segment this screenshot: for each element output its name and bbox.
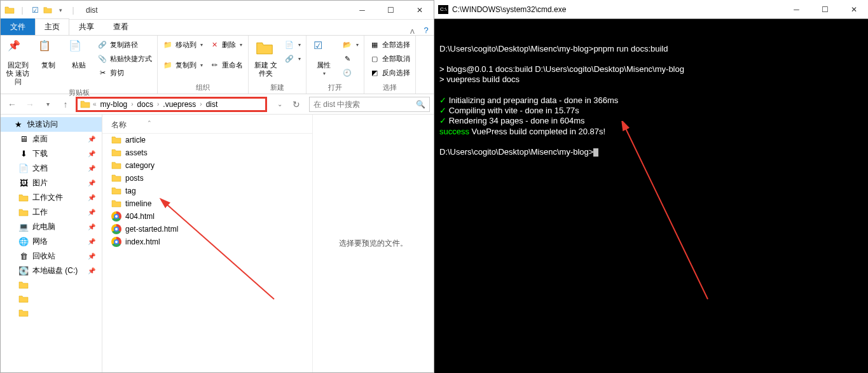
cut-button[interactable]: ✂剪切: [96, 66, 153, 79]
sidebar-item[interactable]: 💽本地磁盘 (C:)📌: [1, 264, 102, 278]
search-box[interactable]: 🔍: [309, 97, 430, 112]
copy-path-button[interactable]: 🔗复制路径: [96, 38, 153, 51]
ribbon-collapse-icon[interactable]: ᐱ: [406, 28, 418, 35]
pin-icon: 📌: [88, 238, 95, 245]
sidebar-item[interactable]: 工作文件📌: [1, 190, 102, 205]
maximize-button[interactable]: ☐: [811, 0, 839, 18]
close-button[interactable]: ✕: [839, 0, 868, 18]
file-item[interactable]: tag: [102, 185, 312, 197]
addr-dropdown-icon[interactable]: ⌄: [272, 97, 287, 112]
sidebar-item[interactable]: 🖥桌面📌: [1, 132, 102, 146]
folder-icon: [18, 294, 29, 304]
tab-view[interactable]: 查看: [104, 18, 138, 35]
new-item-icon: 📄: [284, 39, 294, 50]
html-icon: [111, 237, 121, 247]
file-name: tag: [125, 186, 136, 195]
crumb[interactable]: dist: [205, 100, 219, 109]
copy-button[interactable]: 📋 复制: [35, 37, 62, 69]
sidebar-item[interactable]: [1, 306, 102, 320]
group-select-label: 选择: [368, 81, 411, 94]
paste-shortcut-button[interactable]: 📎粘贴快捷方式: [96, 52, 153, 65]
select-invert-button[interactable]: ◩反向选择: [368, 66, 411, 79]
file-item[interactable]: 404.html: [102, 210, 312, 223]
file-item[interactable]: assets: [102, 146, 312, 159]
file-name: category: [125, 161, 155, 170]
properties-button[interactable]: ☑ 属性 ▾: [310, 37, 337, 76]
tab-file[interactable]: 文件: [1, 18, 35, 35]
rename-icon: ✏: [209, 60, 219, 70]
new-folder-button[interactable]: 新建 文件夹: [252, 37, 279, 78]
sidebar-item[interactable]: ★快速访问: [1, 117, 102, 132]
folder-small-icon: [43, 5, 53, 15]
copy-to-button[interactable]: 📁复制到▾: [162, 59, 204, 71]
history-button[interactable]: 🕘: [341, 66, 360, 79]
file-pane: 名称 ⌃ articleassetscategorypoststagtimeli…: [102, 115, 434, 372]
nav-forward-button[interactable]: →: [22, 97, 38, 112]
scissors-icon: ✂: [97, 67, 107, 78]
recycle-icon: 🗑: [18, 251, 29, 262]
terminal-line: [439, 137, 863, 147]
minimize-button[interactable]: ─: [782, 0, 811, 18]
sidebar-item[interactable]: [1, 278, 102, 292]
folder-icon: [80, 99, 90, 109]
search-input[interactable]: [313, 100, 416, 109]
file-item[interactable]: get-started.html: [102, 223, 312, 236]
folder-icon: [111, 148, 121, 158]
easy-access-button[interactable]: 🔗▾: [283, 52, 302, 65]
sidebar: ★快速访问🖥桌面📌⬇下载📌📄文档📌🖼图片📌工作文件📌工作📌💻此电脑📌🌐网络📌🗑回…: [1, 115, 102, 372]
crumb[interactable]: my-blog: [99, 100, 129, 109]
sidebar-item[interactable]: ⬇下载📌: [1, 146, 102, 161]
tab-share[interactable]: 共享: [69, 18, 104, 35]
preview-pane: 选择要预览的文件。: [312, 115, 434, 372]
sidebar-item[interactable]: [1, 292, 102, 306]
file-item[interactable]: article: [102, 134, 312, 146]
file-item[interactable]: index.html: [102, 236, 312, 248]
pin-quickaccess-button[interactable]: 📌 固定到快 速访问: [4, 37, 31, 87]
close-button[interactable]: ✕: [405, 1, 434, 19]
file-item[interactable]: category: [102, 159, 312, 172]
file-name: index.html: [125, 237, 160, 246]
select-all-button[interactable]: ▦全部选择: [368, 38, 411, 51]
sidebar-item[interactable]: 🗑回收站📌: [1, 249, 102, 264]
sidebar-item[interactable]: 💻此电脑📌: [1, 220, 102, 234]
sidebar-item-label: 工作: [32, 207, 48, 218]
crumb[interactable]: docs: [136, 100, 155, 109]
move-to-button[interactable]: 📁移动到▾: [162, 38, 204, 51]
sidebar-item[interactable]: 📄文档📌: [1, 161, 102, 176]
sidebar-item[interactable]: 工作📌: [1, 205, 102, 220]
open-button[interactable]: 📂▾: [341, 38, 360, 51]
html-icon: [111, 211, 121, 222]
crumb[interactable]: .vuepress: [162, 100, 197, 109]
sidebar-item[interactable]: 🌐网络📌: [1, 234, 102, 249]
nav-back-button[interactable]: ←: [4, 97, 20, 112]
search-icon: 🔍: [416, 100, 425, 109]
delete-icon: ✕: [209, 39, 219, 50]
document-icon: 📄: [18, 164, 29, 174]
sidebar-item[interactable]: 🖼图片📌: [1, 176, 102, 190]
delete-button[interactable]: ✕删除▾: [208, 38, 244, 51]
maximize-button[interactable]: ☐: [376, 1, 405, 19]
select-none-button[interactable]: ▢全部取消: [368, 52, 411, 65]
terminal-line: ✓ Compiling with vite - done in 15.77s: [439, 106, 863, 116]
file-item[interactable]: timeline: [102, 197, 312, 210]
tab-home[interactable]: 主页: [35, 18, 69, 35]
checkbox-icon[interactable]: ☑: [30, 5, 40, 15]
terminal-line: > vuepress build docs: [439, 74, 863, 85]
nav-recent-button[interactable]: ▾: [40, 97, 55, 112]
new-item-button[interactable]: 📄▾: [283, 38, 302, 51]
file-item[interactable]: posts: [102, 172, 312, 185]
file-list: 名称 ⌃ articleassetscategorypoststagtimeli…: [102, 115, 312, 372]
minimize-button[interactable]: ─: [348, 1, 376, 19]
terminal-line: [439, 54, 863, 64]
nav-up-button[interactable]: ↑: [58, 97, 73, 112]
breadcrumb-box[interactable]: « my-blog› docs› .vuepress› dist: [76, 97, 267, 112]
refresh-button[interactable]: ↻: [289, 97, 304, 112]
rename-button[interactable]: ✏重命名: [208, 59, 244, 71]
paste-button[interactable]: 📄 粘贴: [65, 37, 92, 69]
column-header-name[interactable]: 名称 ⌃: [102, 117, 312, 134]
dropdown-icon[interactable]: ▾: [55, 5, 65, 15]
terminal-output[interactable]: D:\Users\cogito\Desktop\Misenc\my-blog>p…: [434, 19, 868, 373]
edit-button[interactable]: ✎: [341, 52, 360, 65]
help-button[interactable]: ?: [418, 25, 434, 35]
folder-icon: [4, 5, 15, 15]
